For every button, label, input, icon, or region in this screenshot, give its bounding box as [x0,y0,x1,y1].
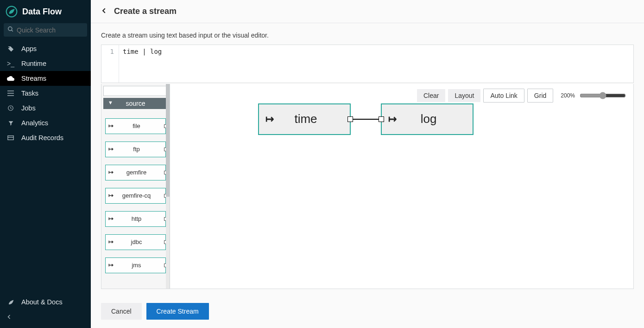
nav-label: Audit Records [21,134,63,141]
palette-item-label: jms [116,262,165,269]
nav-label: Tasks [21,90,38,97]
zoom-slider[interactable] [580,92,626,99]
autolink-button[interactable]: Auto Link [483,89,524,103]
source-arrow-icon [106,192,116,199]
palette-item-port[interactable] [164,240,168,244]
sidebar: Data Flow Apps >_ Runtime [0,0,91,328]
svg-line-2 [12,30,13,32]
palette-item-ftp[interactable]: ftp [105,141,166,157]
canvas-node-log[interactable]: log [381,103,474,135]
clock-icon [6,105,15,111]
editor-code[interactable]: time | log [119,45,633,83]
nav-label: About & Docs [21,298,63,306]
layout-button[interactable]: Layout [448,89,480,102]
dsl-editor[interactable]: 1 time | log [101,45,634,83]
palette-search[interactable] [103,86,168,96]
nav-item-apps[interactable]: Apps [0,41,91,56]
quick-search-input[interactable] [17,26,98,34]
palette-search-input[interactable] [104,86,167,96]
nav-item-streams[interactable]: Streams [0,71,91,86]
palette-item-label: gemfire [116,169,165,176]
triangle-down-icon: ▼ [108,100,113,105]
source-arrow-icon [106,215,116,222]
quick-search[interactable] [4,23,87,37]
palette-item-label: ftp [116,146,165,153]
search-icon [7,26,14,34]
palette-item-gemfire-cq[interactable]: gemfire-cq [105,188,166,204]
nav-item-tasks[interactable]: Tasks [0,86,91,101]
page-footer: Cancel Create Stream [91,296,644,328]
nav: Apps >_ Runtime Streams Tasks [0,41,91,294]
page-title: Create a stream [114,6,177,16]
chevron-left-icon [6,313,12,321]
palette-panel: ▼ source fileftpgemfiregemfire-cqhttpjdb… [101,84,170,289]
palette-item-http[interactable]: http [105,211,166,227]
designer: ▼ source fileftpgemfiregemfire-cqhttpjdb… [101,84,634,289]
terminal-icon: >_ [6,60,15,67]
palette-item-jms[interactable]: jms [105,257,166,273]
palette-item-gemfire[interactable]: gemfire [105,165,166,180]
nav-label: Analytics [21,119,48,127]
editor-gutter: 1 [101,45,119,83]
page-header: Create a stream [91,0,644,23]
page-subtext: Create a stream using text based input o… [101,32,634,39]
node-label: log [403,112,473,126]
content: Create a stream using text based input o… [91,23,644,296]
records-icon [6,135,15,141]
app-logo: Data Flow [0,0,91,21]
palette-list: fileftpgemfiregemfire-cqhttpjdbcjms [101,109,170,283]
main: Create a stream Create a stream using te… [91,0,644,328]
node-port-in[interactable] [379,116,384,122]
node-arrow-icon [259,113,280,125]
cancel-button[interactable]: Cancel [101,303,142,320]
palette-item-port[interactable] [164,264,168,267]
line-number: 1 [110,48,114,55]
node-port-out[interactable] [347,116,353,122]
nav-item-jobs[interactable]: Jobs [0,101,91,116]
node-label: time [280,112,350,126]
create-stream-button[interactable]: Create Stream [146,303,209,320]
funnel-icon [6,120,15,126]
palette-item-jdbc[interactable]: jdbc [105,234,166,250]
clear-button[interactable]: Clear [417,89,445,102]
tag-icon [6,45,15,52]
nav-label: Runtime [21,60,46,67]
stream-canvas[interactable]: Clear Layout Auto Link Grid 200% timelog [170,84,633,289]
source-arrow-icon [106,146,116,153]
palette-item-label: gemfire-cq [116,192,165,199]
palette-item-port[interactable] [164,124,168,128]
nav-item-audit-records[interactable]: Audit Records [0,130,91,145]
cloud-icon [6,76,15,81]
svg-rect-7 [8,136,13,140]
palette-item-label: http [116,215,165,222]
node-link [351,119,381,120]
palette-item-port[interactable] [164,171,168,174]
palette-item-file[interactable]: file [105,118,166,134]
nav-label: Apps [21,45,37,52]
grid-button[interactable]: Grid [527,89,553,103]
zoom-label: 200% [561,92,575,99]
canvas-node-time[interactable]: time [258,103,351,135]
collapse-sidebar-button[interactable] [0,310,91,324]
node-arrow-icon [382,113,403,125]
back-button[interactable] [101,6,107,16]
leaf-small-icon [6,299,15,306]
palette-item-label: file [116,122,165,129]
canvas-toolbar: Clear Layout Auto Link Grid 200% [417,89,626,103]
nav-label: Streams [21,75,46,82]
nav-item-about-docs[interactable]: About & Docs [0,294,91,310]
palette-item-port[interactable] [164,148,168,151]
palette-item-port[interactable] [164,217,168,221]
palette-section-header[interactable]: ▼ source [103,98,168,109]
palette-section-title: source [126,100,145,107]
list-icon [6,90,15,96]
sidebar-footer: About & Docs [0,294,91,328]
source-arrow-icon [106,122,116,129]
palette-item-label: jdbc [116,238,165,245]
palette-item-port[interactable] [164,194,168,198]
nav-item-analytics[interactable]: Analytics [0,116,91,130]
svg-point-1 [8,27,12,31]
nav-label: Jobs [21,104,36,112]
nav-item-runtime[interactable]: >_ Runtime [0,56,91,71]
leaf-icon [6,6,18,18]
